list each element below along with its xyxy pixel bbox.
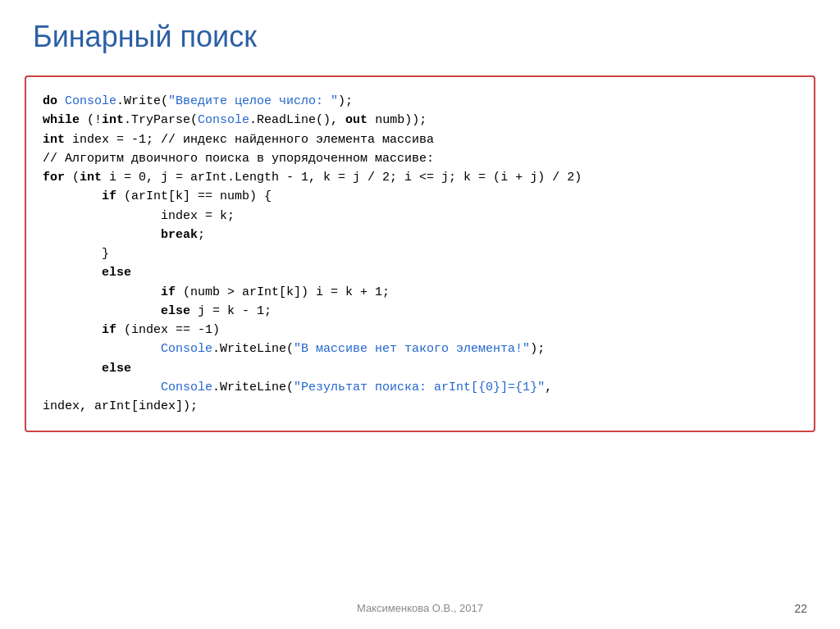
footer-author: Максименкова О.В., 2017 <box>0 602 840 614</box>
page-title: Бинарный поиск <box>0 0 840 67</box>
footer: Максименкова О.В., 2017 22 <box>0 602 840 614</box>
code-block: do Console.Write("Введите целое число: "… <box>43 92 797 416</box>
page-number: 22 <box>794 602 807 615</box>
code-container: do Console.Write("Введите целое число: "… <box>25 75 815 432</box>
